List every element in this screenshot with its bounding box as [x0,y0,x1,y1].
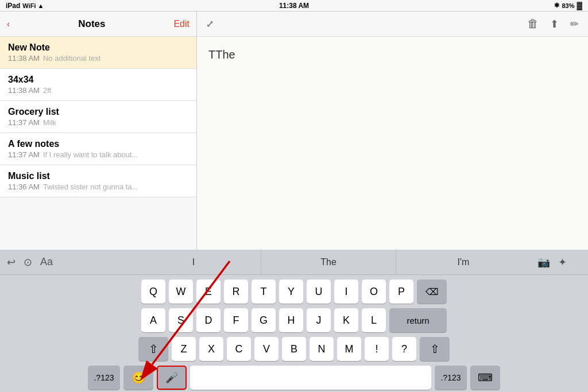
key-j[interactable]: J [307,308,331,332]
note-meta-3: 11:37 AM If I really want to talk about.… [8,150,188,159]
key-a[interactable]: A [141,308,165,332]
key-r[interactable]: R [224,280,248,304]
key-e[interactable]: E [196,280,220,304]
checklist-icon[interactable]: ⊙ [24,256,32,269]
key-exclaim[interactable]: ! [365,337,389,361]
back-button[interactable]: ‹ [7,19,10,29]
sidebar-header: ‹ Notes Edit [0,11,196,37]
note-item-4[interactable]: Music list 11:36 AM Twisted sister not g… [0,165,196,197]
shift-left-key[interactable]: ⇧ [138,337,168,361]
note-time-0: 11:38 AM [8,54,40,63]
key-y[interactable]: Y [279,280,303,304]
predictive-right-tools: 📷 ✦ [531,250,588,274]
note-meta-1: 11:38 AM 2ft [8,86,188,95]
sidebar-title: Notes [78,18,105,30]
note-item-1[interactable]: 34x34 11:38 AM 2ft [0,69,196,101]
note-time-1: 11:38 AM [8,86,40,95]
backspace-key[interactable]: ⌫ [417,280,447,304]
note-meta-0: 11:38 AM No additional text [8,54,188,63]
share-icon[interactable]: ⬆ [550,18,559,30]
note-item-2[interactable]: Grocery list 11:37 AM Milk [0,101,196,133]
note-meta-4: 11:36 AM Twisted sister not gunna ta... [8,183,188,191]
sidebar: ‹ Notes Edit New Note 11:38 AM No additi… [0,11,197,250]
return-key[interactable]: return [389,308,447,332]
key-o[interactable]: O [362,280,386,304]
key-u[interactable]: U [307,280,331,304]
status-right: ✱ 83% ▓ [554,1,582,10]
key-x[interactable]: X [199,337,223,361]
key-n[interactable]: N [310,337,334,361]
key-c[interactable]: C [227,337,251,361]
note-time-3: 11:37 AM [8,150,40,159]
mic-key[interactable]: 🎤 [157,366,187,390]
status-time: 11:38 AM [279,2,309,10]
shift-right-key[interactable]: ⇧ [420,337,450,361]
key-p[interactable]: P [389,280,413,304]
note-typed-text: TThe [208,48,235,61]
pred-word-the[interactable]: The [261,250,396,274]
key-m[interactable]: M [337,337,361,361]
camera-icon[interactable]: 📷 [537,256,550,269]
compose-icon[interactable]: ✏ [570,18,579,30]
key-v[interactable]: V [254,337,278,361]
note-item-0[interactable]: New Note 11:38 AM No additional text [0,37,196,69]
main-layout: ‹ Notes Edit New Note 11:38 AM No additi… [0,11,588,250]
toolbar-left: ⤢ [206,18,214,29]
pred-word-im[interactable]: I'm [396,250,531,274]
key-t[interactable]: T [252,280,276,304]
key-w[interactable]: W [169,280,193,304]
note-title-4: Music list [8,171,188,181]
key-l[interactable]: L [362,308,386,332]
battery-icon: ▓ [577,1,582,10]
trash-icon[interactable]: 🗑 [527,17,539,30]
undo-icon[interactable]: ↩ [7,256,16,269]
key-question[interactable]: ? [392,337,416,361]
note-item-3[interactable]: A few notes 11:37 AM If I really want to… [0,133,196,165]
pred-word-i[interactable]: I [126,250,261,274]
note-title-0: New Note [8,42,188,53]
edit-button[interactable]: Edit [173,19,189,29]
status-left: iPad WiFi ▲ [6,2,44,10]
note-title-3: A few notes [8,139,188,149]
note-preview-3: If I really want to talk about... [43,150,138,159]
note-time-2: 11:37 AM [8,118,40,127]
battery-label: 83% [562,2,574,9]
keys-container: Q W E R T Y U I O P ⌫ A S D F G H J K L … [0,275,588,392]
emoji-key[interactable]: 😊 [123,366,153,390]
status-bar: iPad WiFi ▲ 11:38 AM ✱ 83% ▓ [0,0,588,11]
key-d[interactable]: D [196,308,220,332]
format-icon[interactable]: Aa [40,256,53,268]
note-time-4: 11:36 AM [8,183,40,191]
numbers-right-key[interactable]: .?123 [435,366,467,390]
expand-icon[interactable]: ⤢ [206,18,214,29]
numbers-left-key[interactable]: .?123 [88,366,120,390]
note-meta-2: 11:37 AM Milk [8,118,188,127]
note-preview-1: 2ft [43,86,51,95]
key-b[interactable]: B [282,337,306,361]
key-row-3: ⇧ Z X C V B N M ! ? ⇧ [2,337,586,361]
key-h[interactable]: H [279,308,303,332]
keyboard-hide-key[interactable]: ⌨ [470,366,500,390]
key-q[interactable]: Q [141,280,165,304]
key-row-4: .?123 😊 🎤 .?123 ⌨ [2,366,586,390]
ipad-label: iPad [6,2,20,10]
key-g[interactable]: G [252,308,276,332]
key-row-2: A S D F G H J K L return [2,308,586,332]
notes-list: New Note 11:38 AM No additional text 34x… [0,37,196,250]
keyboard-area: ↩ ⊙ Aa I The I'm 📷 ✦ Q W E R T Y U I O P… [0,250,588,392]
note-title-2: Grocery list [8,107,188,117]
key-row-1: Q W E R T Y U I O P ⌫ [2,280,586,304]
key-i[interactable]: I [334,280,358,304]
scribble-icon[interactable]: ✦ [558,256,567,269]
note-preview-2: Milk [43,118,56,127]
key-s[interactable]: S [169,308,193,332]
content-toolbar: ⤢ 🗑 ⬆ ✏ [197,11,588,37]
predictive-words: I The I'm [126,250,531,274]
note-content[interactable]: TThe [197,37,588,250]
key-z[interactable]: Z [172,337,196,361]
key-k[interactable]: K [334,308,358,332]
space-key[interactable] [190,366,431,390]
key-f[interactable]: F [224,308,248,332]
predictive-left-tools: ↩ ⊙ Aa [0,250,126,274]
predictive-bar: ↩ ⊙ Aa I The I'm 📷 ✦ [0,250,588,275]
